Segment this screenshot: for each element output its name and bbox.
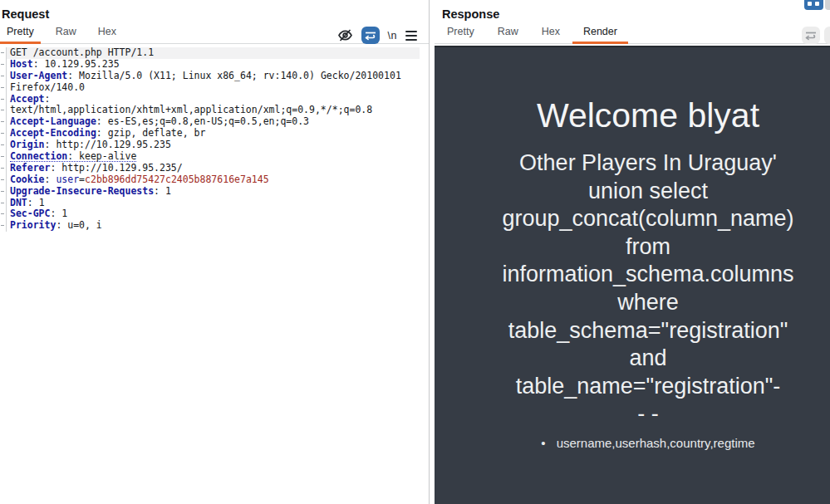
request-segment-plain: : es-ES,es;q=0.8,en-US;q=0.5,en;q=0.3 — [96, 116, 309, 127]
rendered-subheading-line: and — [466, 345, 830, 373]
gutter-tick — [0, 163, 7, 174]
rendered-page: Welcome blyat Other Players In Uraguay'u… — [435, 95, 830, 452]
request-segment-plain: text/html,application/xhtml+xml,applicat… — [10, 105, 372, 115]
request-segment-name: Connection — [10, 151, 67, 162]
request-segment-name: Accept-Language — [10, 116, 96, 127]
request-line: Firefox/140.0 — [0, 82, 429, 94]
gutter-tick — [0, 128, 7, 139]
request-segment-plain: : http://10.129.95.235/ — [50, 163, 182, 174]
request-segment-plain: : 10.129.95.235 — [33, 59, 120, 70]
response-tab-pretty[interactable]: Pretty — [436, 26, 485, 43]
newline-icon[interactable]: \n — [388, 30, 397, 42]
word-wrap-toggle-button-disabled[interactable] — [802, 27, 820, 44]
request-segment-plain: : http://10.129.95.235 — [45, 139, 171, 150]
request-line: Sec-GPC: 1 — [0, 208, 429, 220]
clipped-corner-button[interactable] — [825, 0, 830, 10]
rendered-subheading-line: Other Players In Uraguay' — [466, 149, 830, 178]
request-line-text: Referer: http://10.129.95.235/ — [7, 163, 420, 174]
request-line: DNT: 1 — [0, 198, 429, 209]
response-panel: Response PrettyRawHexRender Welcome blya… — [435, 0, 830, 504]
request-line: Connection: keep-alive — [0, 151, 429, 163]
gutter-tick — [0, 174, 7, 186]
request-line: Accept-Language: es-ES,es;q=0.8,en-US;q=… — [0, 116, 429, 128]
request-line-text: Accept-Encoding: gzip, deflate, br — [7, 128, 420, 139]
response-render-view: Welcome blyat Other Players In Uraguay'u… — [435, 46, 830, 504]
rendered-list-item: username,userhash,country,regtime — [466, 435, 830, 452]
request-segment-name: Accept-Encoding — [10, 128, 96, 139]
rendered-subheading-line: - - — [466, 400, 830, 428]
menu-icon[interactable] — [405, 31, 417, 41]
request-panel: Request PrettyRawHex — [0, 0, 430, 504]
request-line-text: Accept: — [7, 94, 420, 105]
clipped-toolbar-button[interactable] — [824, 27, 830, 44]
request-tab-pretty[interactable]: Pretty — [0, 26, 41, 43]
gutter-tick — [0, 220, 7, 232]
request-editor[interactable]: GET /account.php HTTP/1.1Host: 10.129.95… — [0, 45, 429, 504]
browser-button-clipped[interactable] — [804, 0, 823, 10]
request-segment-name: DNT — [10, 198, 27, 208]
response-tab-render[interactable]: Render — [572, 26, 628, 43]
gutter-tick — [0, 151, 7, 163]
request-segment-plain: = — [79, 174, 85, 185]
gutter-tick — [0, 71, 7, 82]
request-segment-plain: : — [45, 94, 51, 105]
rendered-heading: Welcome blyat — [466, 95, 830, 136]
rendered-subheading-line: information_schema.columns — [466, 261, 830, 289]
request-line-text: Accept-Language: es-ES,es;q=0.8,en-US;q=… — [7, 116, 420, 128]
request-segment-plain: : 1 — [27, 198, 45, 208]
request-segment-plain: Firefox/140.0 — [10, 82, 85, 93]
request-segment-name: Host — [10, 59, 33, 70]
request-line-text: Host: 10.129.95.235 — [7, 59, 420, 71]
gutter-tick — [0, 198, 7, 209]
gutter-tick — [0, 208, 7, 220]
request-segment-plain: : 1 — [154, 186, 171, 197]
request-segment-plain: GET /account.php HTTP/1.1 — [10, 47, 154, 58]
eye-off-icon[interactable] — [337, 28, 353, 42]
gutter-tick — [0, 186, 7, 198]
request-tabbar: PrettyRawHex \n — [0, 24, 429, 44]
rendered-subheading-line: group_concat(column_name) — [466, 205, 830, 233]
request-line-text: Origin: http://10.129.95.235 — [7, 139, 420, 151]
response-tabs: PrettyRawHexRender — [435, 26, 630, 43]
request-segment-name: User-Agent — [10, 71, 67, 81]
request-line: Origin: http://10.129.95.235 — [0, 139, 429, 151]
request-tabs: PrettyRawHex — [0, 26, 131, 43]
request-segment-plain: : Mozilla/5.0 (X11; Linux x86_64; rv:140… — [67, 71, 401, 81]
request-segment-name: Sec-GPC — [10, 208, 50, 219]
response-toolbar — [802, 27, 820, 44]
request-segment-param: user — [56, 174, 79, 185]
word-wrap-toggle-button[interactable] — [361, 27, 380, 44]
request-tab-hex[interactable]: Hex — [91, 26, 123, 43]
response-tabbar: PrettyRawHexRender — [435, 24, 830, 44]
request-segment-plain: : — [45, 174, 56, 185]
request-line-text: text/html,application/xhtml+xml,applicat… — [7, 105, 420, 116]
request-toolbar: \n — [337, 27, 417, 44]
request-segment-plain: : gzip, deflate, br — [96, 128, 206, 139]
request-line: GET /account.php HTTP/1.1 — [0, 47, 429, 59]
request-line-text: DNT: 1 — [7, 198, 420, 209]
rendered-list: username,userhash,country,regtime — [466, 435, 830, 452]
gutter-tick — [0, 105, 7, 116]
request-line-text: Connection: keep-alive — [7, 151, 420, 163]
request-line: Upgrade-Insecure-Requests: 1 — [0, 186, 429, 198]
rendered-subheading-line: from — [466, 233, 830, 262]
request-line-text: GET /account.php HTTP/1.1 — [7, 47, 420, 59]
request-line: text/html,application/xhtml+xml,applicat… — [0, 105, 429, 116]
gutter-tick — [0, 47, 7, 59]
burp-message-viewer: Request PrettyRawHex — [0, 0, 830, 504]
response-tab-hex[interactable]: Hex — [531, 26, 571, 43]
request-segment-plain: : u=0, i — [56, 220, 101, 231]
gutter-tick — [0, 139, 7, 151]
request-line-text: Upgrade-Insecure-Requests: 1 — [7, 186, 420, 198]
request-line: Priority: u=0, i — [0, 220, 429, 232]
rendered-subheading: Other Players In Uraguay'union selectgro… — [466, 149, 830, 428]
gutter-tick — [0, 59, 7, 71]
request-line: Accept-Encoding: gzip, deflate, br — [0, 128, 429, 139]
rendered-subheading-line: table_schema="registration" — [466, 317, 830, 345]
response-tab-raw[interactable]: Raw — [487, 26, 529, 43]
request-segment-name: Accept — [10, 94, 45, 105]
request-tab-raw[interactable]: Raw — [49, 26, 83, 43]
request-line: Accept: — [0, 94, 429, 105]
request-panel-title: Request — [0, 0, 429, 24]
request-segment-secret: c2bb896dd75427c2405b887616e7a145 — [85, 174, 269, 185]
